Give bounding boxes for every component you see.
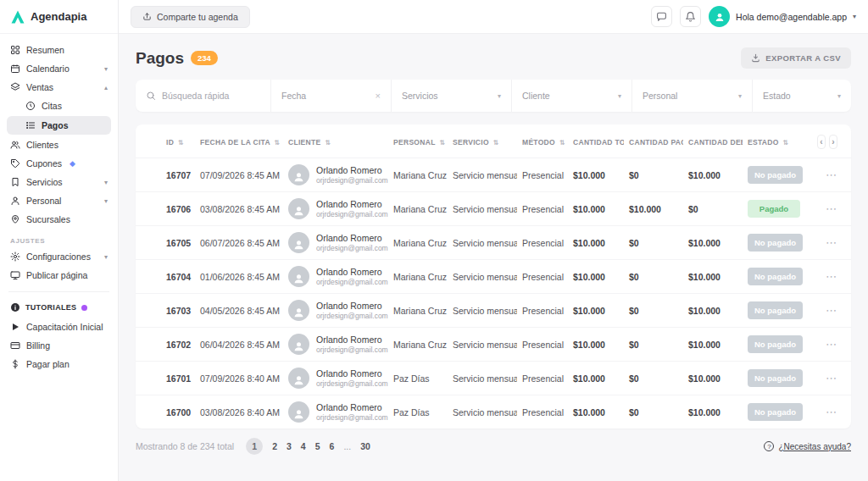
sidebar-item-label: Personal	[26, 196, 61, 206]
col-header-personal[interactable]: PERSONAL ⇅	[388, 124, 448, 158]
person-icon	[292, 204, 305, 217]
staff-filter[interactable]: Personal ▾	[632, 80, 753, 112]
sidebar-item-label: Citas	[42, 101, 62, 111]
sidebar-item-calendario[interactable]: Calendario ▾	[0, 59, 118, 78]
table-row[interactable]: 16705 06/07/2026 8:45 AM Orlando Romero …	[136, 226, 851, 260]
page-header: Pagos 234 EXPORTAR A CSV	[136, 47, 851, 69]
sidebar-item-ventas[interactable]: Ventas ▴	[0, 78, 118, 97]
table-row[interactable]: 16704 01/06/2026 8:45 AM Orlando Romero …	[136, 260, 851, 294]
gear-icon	[10, 252, 20, 262]
clock-icon	[25, 101, 36, 111]
client-email: orjrdesign@gmail.com	[316, 176, 383, 185]
cell-cantidad-pagada: $0	[624, 158, 683, 192]
client-name: Orlando Romero	[316, 402, 383, 413]
sidebar-item-sucursales[interactable]: Sucursales	[0, 210, 118, 229]
col-header-cliente[interactable]: CLIENTE ⇅	[283, 124, 388, 158]
sidebar-item-cupones[interactable]: Cupones ◆	[0, 154, 118, 173]
row-actions-button[interactable]: ⋯	[812, 192, 851, 226]
table-row[interactable]: 16701 07/09/2026 8:40 AM Orlando Romero …	[136, 362, 851, 395]
sidebar-item-configuraciones[interactable]: Configuraciones ▾	[0, 247, 118, 266]
sidebar-item-label: Resumen	[26, 45, 64, 55]
row-actions-button[interactable]: ⋯	[812, 158, 851, 192]
sidebar-item-label: Billing	[26, 340, 50, 351]
sidebar-item-pagos[interactable]: Pagos	[7, 116, 111, 135]
cell-metodo: Presencial	[517, 328, 568, 362]
help-label: ¿Necesitas ayuda?	[778, 442, 851, 451]
client-avatar	[288, 300, 309, 321]
row-actions-button[interactable]: ⋯	[812, 294, 851, 328]
client-name: Orlando Romero	[316, 267, 383, 278]
col-header-cantidad-pagada: CANTIDAD PAGADA	[624, 124, 683, 158]
page-number[interactable]: 30	[360, 441, 370, 451]
table-prev-button[interactable]: ‹	[817, 135, 826, 149]
sidebar-item-pagar-plan[interactable]: Pagar plan	[0, 355, 118, 373]
cell-servicio: Servicio mensual	[448, 395, 517, 429]
sidebar-item-clientes[interactable]: Clientes	[0, 135, 118, 154]
cell-cantidad-pagada: $0	[624, 260, 683, 294]
sidebar-item-tutoriales[interactable]: TUTORIALES	[0, 299, 118, 318]
client-name: Orlando Romero	[316, 233, 383, 244]
help-link[interactable]: ? ¿Necesitas ayuda?	[764, 441, 851, 451]
cell-cantidad-total: $10.000	[568, 362, 624, 395]
table-row[interactable]: 16707 07/09/2026 8:45 AM Orlando Romero …	[136, 158, 851, 192]
row-actions-button[interactable]: ⋯	[812, 226, 851, 260]
row-actions-button[interactable]: ⋯	[812, 328, 851, 362]
cell-fecha: 06/07/2026 8:45 AM	[195, 226, 283, 260]
row-actions-button[interactable]: ⋯	[812, 395, 851, 429]
row-actions-button[interactable]: ⋯	[812, 362, 851, 395]
services-filter[interactable]: Servicios ▾	[392, 80, 512, 112]
table-row[interactable]: 16703 04/05/2026 8:45 AM Orlando Romero …	[136, 294, 851, 328]
search-input[interactable]	[162, 91, 260, 101]
clear-date-icon[interactable]: ×	[376, 91, 381, 101]
calendar-icon	[10, 64, 20, 74]
sidebar-item-servicios[interactable]: Servicios ▾	[0, 173, 118, 191]
content: Pagos 234 EXPORTAR A CSV Fecha ×	[119, 34, 868, 481]
sidebar-item-label: Pagar plan	[26, 359, 70, 369]
status-filter[interactable]: Estado ▾	[753, 80, 851, 112]
sidebar-item-personal[interactable]: Personal ▾	[0, 191, 118, 210]
sidebar-item-resumen[interactable]: Resumen	[0, 41, 118, 59]
cell-cantidad-total: $10.000	[568, 260, 624, 294]
page-number[interactable]: 1	[246, 438, 263, 455]
cell-estado: No pagado	[743, 260, 812, 294]
page-number[interactable]: 4	[301, 441, 306, 451]
notifications-button[interactable]	[680, 6, 701, 27]
page-number[interactable]: 2	[272, 441, 277, 451]
client-filter[interactable]: Cliente ▾	[512, 80, 632, 112]
row-actions-button[interactable]: ⋯	[812, 260, 851, 294]
table-row[interactable]: 16702 06/04/2026 8:45 AM Orlando Romero …	[136, 328, 851, 362]
sort-icon: ⇅	[559, 139, 565, 147]
sidebar-item-publicar-pagina[interactable]: Publicar página	[0, 266, 118, 285]
share-agenda-button[interactable]: Comparte tu agenda	[131, 6, 250, 28]
export-csv-button[interactable]: EXPORTAR A CSV	[741, 47, 851, 69]
col-header-id[interactable]: ID ⇅	[136, 124, 195, 158]
sidebar-item-citas[interactable]: Citas	[0, 97, 118, 115]
sort-icon: ⇅	[274, 139, 280, 147]
brand[interactable]: Agendapia	[0, 0, 118, 34]
brand-name: Agendapia	[31, 10, 86, 23]
page-number[interactable]: 3	[287, 441, 292, 451]
date-filter[interactable]: Fecha ×	[271, 80, 392, 112]
sidebar-item-capacitacion-inicial[interactable]: Capacitación Inicial	[0, 318, 118, 336]
messages-button[interactable]	[651, 6, 672, 27]
cell-cantidad-pagada: $10.000	[624, 192, 683, 226]
col-header-fecha[interactable]: FECHA DE LA CITA ⇅	[195, 124, 283, 158]
chevron-down-icon: ▾	[837, 92, 841, 100]
table-next-button[interactable]: ›	[829, 135, 837, 149]
col-header-metodo[interactable]: MÉTODO ⇅	[517, 124, 568, 158]
page-number[interactable]: 5	[315, 441, 320, 451]
table-row[interactable]: 16700 03/08/2026 8:40 AM Orlando Romero …	[136, 395, 851, 429]
client-name: Orlando Romero	[316, 199, 383, 210]
cell-cantidad-debida: $10.000	[683, 395, 743, 429]
cell-personal: Mariana Cruz	[388, 158, 448, 192]
cell-fecha: 03/08/2026 8:45 AM	[195, 192, 283, 226]
col-header-servicio[interactable]: SERVICIO ⇅	[448, 124, 517, 158]
page-number[interactable]: 6	[330, 441, 335, 451]
col-header-estado[interactable]: ESTADO ⇅	[743, 124, 812, 158]
sidebar-item-billing[interactable]: Billing	[0, 336, 118, 355]
client-avatar	[288, 401, 309, 423]
table-row[interactable]: 16706 03/08/2026 8:45 AM Orlando Romero …	[136, 192, 851, 226]
cell-personal: Mariana Cruz	[388, 226, 448, 260]
sidebar-nav: Resumen Calendario ▾ Ventas ▴ Citas Pago…	[0, 34, 118, 481]
user-menu[interactable]: Hola demo@agendable.app ▾	[709, 6, 856, 27]
